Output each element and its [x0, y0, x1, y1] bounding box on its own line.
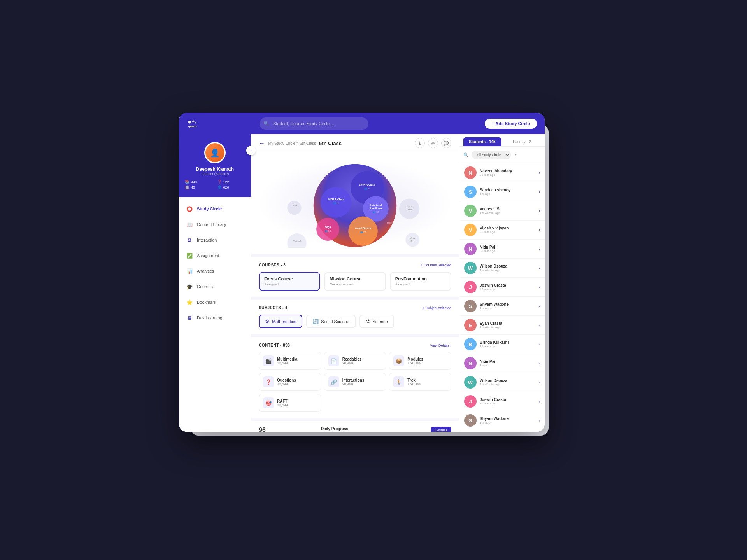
- view-details-link[interactable]: View Details ›: [430, 343, 451, 347]
- courses-title: COURSES - 3: [259, 263, 286, 267]
- student-list: N Naveen bhandary 20 min ago › S Sandeep…: [459, 163, 545, 432]
- student-time: 20 min ago: [480, 173, 536, 177]
- student-name: Nitin Pai: [480, 359, 536, 364]
- top-bar: appsn DEMOS 🔍 + Add Study Circle: [179, 113, 545, 134]
- svg-text:10TH A Class: 10TH A Class: [359, 183, 375, 186]
- stat-questions: ❓ 122: [217, 180, 245, 184]
- student-item[interactable]: B Brinda Kulkarni 25 min ago ›: [459, 335, 545, 354]
- student-avatar: V: [464, 205, 477, 217]
- tab-students[interactable]: Students - 145: [463, 137, 501, 146]
- books-icon: 📚: [185, 180, 189, 184]
- svg-text:10TH B Class: 10TH B Class: [328, 198, 344, 201]
- student-item[interactable]: N Naveen bhandary 20 min ago ›: [459, 163, 545, 182]
- subjects-grid: ⚙ Mathematics 🔄 Social Science ⚗ Science: [259, 315, 451, 328]
- subject-science[interactable]: ⚗ Science: [359, 315, 394, 328]
- student-item[interactable]: N Nitin Pai 20 min ago ›: [459, 240, 545, 259]
- student-name: Sandeep shenoy: [480, 188, 536, 192]
- info-button[interactable]: ℹ: [415, 138, 425, 148]
- content-readables[interactable]: 📄 Readables 20,499: [324, 352, 386, 370]
- multimedia-icon: 🎬: [263, 355, 274, 366]
- back-button[interactable]: ←: [259, 140, 265, 147]
- stat-reading-hours: 96 Reading Hours: [259, 427, 313, 432]
- svg-text:Study Circle Name: Study Circle Name: [387, 222, 403, 224]
- student-item[interactable]: J Joswin Crasta 20 min ago ›: [459, 278, 545, 297]
- student-name: Wilson Dsouza: [480, 378, 536, 383]
- student-avatar: V: [464, 224, 477, 236]
- study-circle-icon: ⭕: [186, 205, 193, 212]
- avatar: 👤: [204, 142, 226, 163]
- stat-users: 👤 626: [217, 185, 245, 189]
- profile-area: 👤 ‹ Deepesh Kamath Teacher (Science) 📚 4…: [179, 134, 251, 197]
- svg-text:Hindi: Hindi: [292, 204, 297, 206]
- student-item[interactable]: N Nitin Pai 1hr ago ›: [459, 354, 545, 373]
- sidebar-item-courses[interactable]: 🎓 Courses: [179, 279, 251, 294]
- student-name: Joswin Crasta: [480, 283, 536, 287]
- student-item[interactable]: W Wilson Dsouza 1hr 44min. ago ›: [459, 373, 545, 392]
- course-card-pre-foundation[interactable]: Pre-Foundation Assigned: [390, 272, 451, 291]
- student-item[interactable]: E Eyan Crasta 1hr 44min. ago ›: [459, 316, 545, 335]
- student-name: Veeresh. S: [480, 207, 536, 211]
- courses-action[interactable]: 1 Courses Selected: [421, 263, 451, 267]
- student-item[interactable]: V Veeresh. S 1hr 44min. ago ›: [459, 201, 545, 220]
- chevron-right-icon: ›: [539, 380, 540, 385]
- dropdown-icon: ▼: [514, 153, 517, 157]
- detail-button[interactable]: Detailes: [431, 427, 451, 432]
- svg-point-6: [287, 201, 301, 215]
- subject-mathematics[interactable]: ⚙ Mathematics: [259, 315, 302, 328]
- course-card-mission[interactable]: Mission Course Recommended: [324, 272, 386, 291]
- content-questions[interactable]: ❓ Questions 30,499: [259, 373, 321, 391]
- edit-button[interactable]: ✏: [428, 138, 438, 148]
- chevron-right-icon: ›: [539, 323, 540, 327]
- right-panel: Students - 145 Faculty - 2 🔍 All Study C…: [459, 134, 545, 432]
- search-input[interactable]: [260, 117, 368, 130]
- student-avatar: N: [464, 357, 477, 369]
- student-time: 20 min ago: [480, 230, 536, 234]
- sidebar-item-study-circle[interactable]: ⭕ Study Circle: [179, 201, 251, 217]
- student-item[interactable]: S Shyam Wadone 1hr ago ›: [459, 411, 545, 430]
- student-avatar: J: [464, 281, 477, 293]
- tab-faculty[interactable]: Faculty - 2: [503, 137, 541, 146]
- add-study-circle-button[interactable]: + Add Study Circle: [485, 119, 537, 129]
- subject-social-science[interactable]: 🔄 Social Science: [306, 315, 355, 328]
- content-grid: 🎬 Multimedia 20,499 📄 Readables: [259, 352, 451, 412]
- svg-text:Anual Sports: Anual Sports: [355, 227, 371, 230]
- student-name: Vijesh v vijayan: [480, 226, 536, 230]
- sidebar-item-analytics[interactable]: 📊 Analytics: [179, 263, 251, 279]
- content-interactions[interactable]: 🔗 Interactions 20,499: [324, 373, 386, 391]
- chevron-right-icon: ›: [539, 399, 540, 404]
- chevron-right-icon: ›: [539, 228, 540, 232]
- content-modules[interactable]: 📦 Modules 1,20,499: [389, 352, 451, 370]
- subjects-action: 1 Subject selected: [423, 306, 451, 310]
- course-card-focus[interactable]: Focus Course Assigned: [259, 272, 320, 291]
- student-time: 25 min ago: [480, 345, 536, 348]
- study-circle-filter[interactable]: All Study Circle: [472, 150, 511, 159]
- svg-text:👥 27: 👥 27: [364, 187, 370, 190]
- student-item[interactable]: J Joswin Crasta 20 min ago ›: [459, 430, 545, 432]
- collapse-button[interactable]: ‹: [246, 146, 256, 155]
- svg-text:DEMOS: DEMOS: [188, 125, 197, 128]
- sidebar-item-content-library[interactable]: 📖 Content Library: [179, 217, 251, 232]
- student-item[interactable]: S Shyam Wadone 1hr ago ›: [459, 297, 545, 316]
- svg-text:Cultural: Cultural: [293, 240, 301, 242]
- subjects-title: SUBJECTS - 4: [259, 306, 288, 310]
- breadcrumb: My Study Circle > 6th Class: [268, 141, 316, 145]
- content-multimedia[interactable]: 🎬 Multimedia 20,499: [259, 352, 321, 370]
- search-icon: 🔍: [263, 121, 269, 126]
- sidebar-item-assignment[interactable]: ✅ Assignment: [179, 248, 251, 263]
- chevron-right-icon: ›: [539, 361, 540, 366]
- student-item[interactable]: J Joswin Crasta 20 min ago ›: [459, 392, 545, 411]
- chevron-right-icon: ›: [539, 304, 540, 308]
- sidebar-item-bookmark[interactable]: ⭐ Bookmark: [179, 294, 251, 310]
- content-trek[interactable]: 🚶 Trek 1,20,499: [389, 373, 451, 391]
- student-avatar: B: [464, 338, 477, 350]
- student-item[interactable]: S Sandeep shenoy 1hr ago ›: [459, 182, 545, 201]
- content-raft[interactable]: 🎯 RAFT 20,499: [259, 394, 321, 412]
- svg-point-26: [316, 218, 339, 241]
- student-item[interactable]: V Vijesh v vijayan 20 min ago ›: [459, 220, 545, 240]
- svg-point-1: [192, 120, 195, 122]
- student-item[interactable]: W Wilson Dsouza 1hr 44min. ago ›: [459, 259, 545, 278]
- sidebar-item-day-learning[interactable]: 🖥 Day Learning: [179, 310, 251, 326]
- sidebar-item-interaction[interactable]: ⚙ Interaction: [179, 232, 251, 248]
- chat-button[interactable]: 💬: [441, 138, 451, 148]
- student-time: 1hr 44min. ago: [480, 211, 536, 215]
